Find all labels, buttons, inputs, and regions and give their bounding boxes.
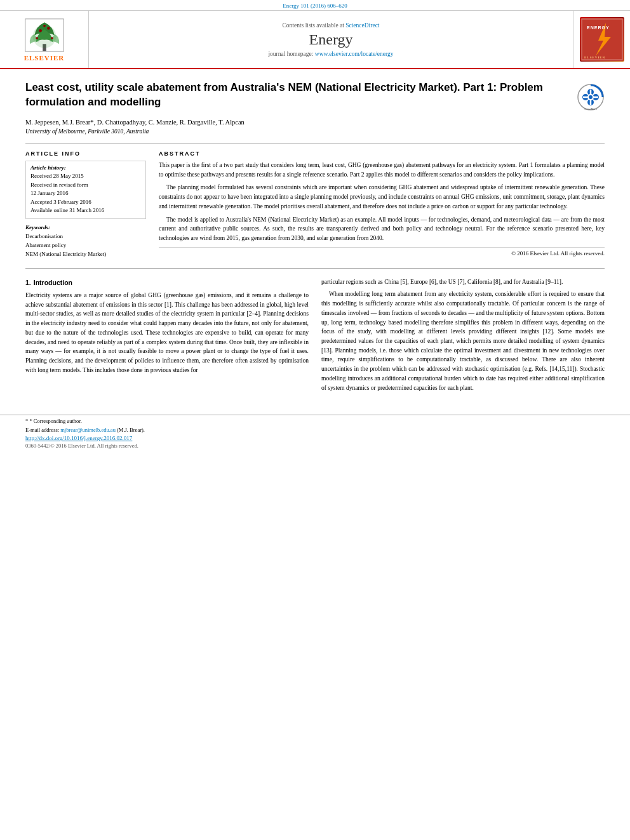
email-footnote: E-mail address: mjbrear@unimelb.edu.au (… <box>25 427 605 433</box>
revised-date: 12 January 2016 <box>30 189 141 198</box>
journal-center-info: Contents lists available at ScienceDirec… <box>89 11 573 68</box>
sciencedirect-link[interactable]: ScienceDirect <box>345 22 379 29</box>
main-right-column: particular regions such as China [5], Eu… <box>321 277 605 396</box>
article-info-column: Article Info Article history: Received 2… <box>25 150 146 259</box>
svg-point-6 <box>51 37 53 39</box>
energy-logo-box: ENERGY ELSEVIER <box>573 11 630 68</box>
corresponding-label: * Corresponding author. <box>29 418 81 424</box>
available-date: Available online 31 March 2016 <box>30 206 141 215</box>
section-title: Introduction <box>34 279 72 286</box>
doi-url[interactable]: http://dx.doi.org/10.1016/j.energy.2016.… <box>25 435 605 441</box>
article-title: Least cost, utility scale abatement from… <box>25 81 546 110</box>
homepage-url[interactable]: www.elsevier.com/locate/energy <box>315 51 394 57</box>
email-name: (M.J. Brear). <box>117 427 145 433</box>
article-title-area: Least cost, utility scale abatement from… <box>25 81 605 114</box>
svg-text:ELSEVIER: ELSEVIER <box>584 56 605 59</box>
article-footer: * * Corresponding author. E-mail address… <box>0 415 630 455</box>
contents-label: Contents lists available at <box>282 22 344 29</box>
history-label: Article history: <box>30 164 141 171</box>
energy-logo-image: ENERGY ELSEVIER <box>580 17 624 62</box>
authors-line: M. Jeppesen, M.J. Brear*, D. Chattopadhy… <box>25 119 605 126</box>
corresponding-author-note: * * Corresponding author. <box>25 418 605 424</box>
doi-link[interactable]: http://dx.doi.org/10.1016/j.energy.2016.… <box>25 435 132 441</box>
intro-left-para-1: Electricity systems are a major source o… <box>25 291 309 375</box>
abstract-para-2: The planning model formulated has severa… <box>159 183 605 211</box>
section-divider <box>25 268 605 269</box>
elsevier-logo: ELSEVIER <box>22 18 67 62</box>
received-revised-label: Received in revised form <box>30 181 141 190</box>
email-label: E-mail address: <box>25 427 59 433</box>
elsevier-wordmark: ELSEVIER <box>24 54 65 62</box>
keyword-2: Abatement policy <box>25 241 146 250</box>
affiliation-line: University of Melbourne, Parkville 3010,… <box>25 128 605 135</box>
article-info-abstract-section: Article Info Article history: Received 2… <box>25 143 605 259</box>
intro-right-para-1: particular regions such as China [5], Eu… <box>321 277 605 287</box>
keyword-3: NEM (National Electricity Market) <box>25 250 146 258</box>
introduction-heading: 1.Introduction <box>25 277 309 288</box>
svg-point-4 <box>43 25 46 27</box>
main-left-column: 1.Introduction Electricity systems are a… <box>25 277 309 396</box>
citation-text: Energy 101 (2016) 606–620 <box>283 3 347 9</box>
abstract-para-3: The model is applied to Australia's NEM … <box>159 215 605 243</box>
main-article-content: 1.Introduction Electricity systems are a… <box>25 277 605 409</box>
keyword-1: Decarbonisation <box>25 232 146 241</box>
elsevier-logo-box: ELSEVIER <box>0 11 89 68</box>
homepage-line: journal homepage: www.elsevier.com/locat… <box>268 51 393 57</box>
accepted-date: Accepted 3 February 2016 <box>30 198 141 207</box>
journal-header: ELSEVIER Contents lists available at Sci… <box>0 11 630 69</box>
svg-point-2 <box>39 29 42 32</box>
abstract-column: Abstract This paper is the first of a tw… <box>159 150 605 259</box>
issn-line: 0360-5442/© 2016 Elsevier Ltd. All right… <box>25 443 605 449</box>
svg-text:ENERGY: ENERGY <box>587 25 610 30</box>
svg-text:CrossMark: CrossMark <box>584 107 596 110</box>
svg-point-5 <box>36 37 38 39</box>
keywords-list: Decarbonisation Abatement policy NEM (Na… <box>25 232 146 259</box>
copyright-line: © 2016 Elsevier Ltd. All rights reserved… <box>159 247 605 257</box>
email-link[interactable]: mjbrear@unimelb.edu.au <box>60 427 116 433</box>
abstract-heading: Abstract <box>159 150 605 157</box>
article-info-heading: Article Info <box>25 150 146 157</box>
crossmark-badge: CrossMark <box>577 83 605 111</box>
top-citation-bar: Energy 101 (2016) 606–620 <box>0 0 630 11</box>
journal-name: Energy <box>309 31 353 48</box>
homepage-label: journal homepage: <box>268 51 313 57</box>
energy-journal-logo-icon: ENERGY ELSEVIER <box>580 18 624 61</box>
crossmark-icon: CrossMark <box>577 83 605 111</box>
keywords-label: Keywords: <box>25 224 146 230</box>
article-history-box: Article history: Received 28 May 2015 Re… <box>25 161 146 219</box>
received-date: Received 28 May 2015 <box>30 172 141 181</box>
keywords-section: Keywords: Decarbonisation Abatement poli… <box>25 224 146 259</box>
section-num: 1. <box>25 279 31 286</box>
elsevier-tree-icon <box>22 18 67 53</box>
abstract-text: This paper is the first of a two part st… <box>159 161 605 243</box>
abstract-para-1: This paper is the first of a two part st… <box>159 161 605 179</box>
article-body: Least cost, utility scale abatement from… <box>0 69 630 415</box>
sciencedirect-line: Contents lists available at ScienceDirec… <box>282 22 379 29</box>
svg-point-20 <box>589 95 593 99</box>
intro-right-para-2: When modelling long term abatement from … <box>321 290 605 392</box>
svg-point-3 <box>47 27 50 30</box>
